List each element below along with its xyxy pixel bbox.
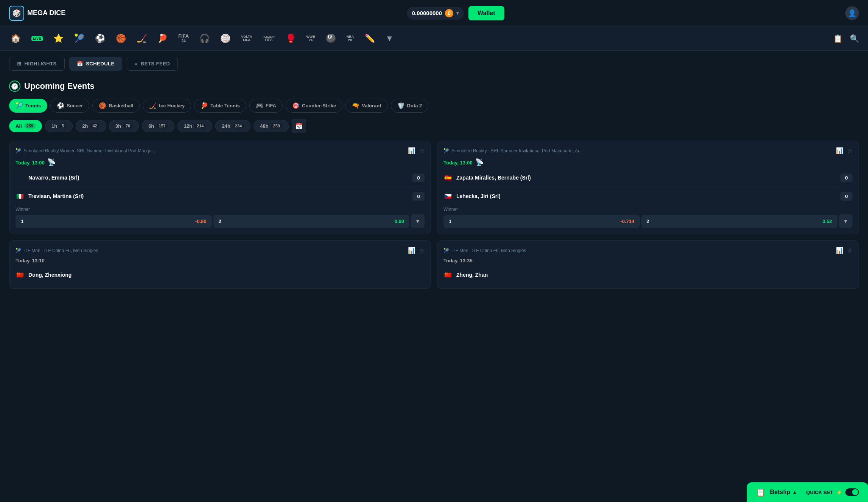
event-card-3: 🎾 ITF Men · ITF China F6, Men Singles 📊 … [9,240,431,289]
tennis-filter-icon: 🎾 [16,102,23,109]
nav-item-hockey[interactable]: 🏒 [132,31,151,46]
time-3h-count: 70 [123,123,132,129]
nav-item-home[interactable]: 🏠 [6,31,25,46]
event-2-meta-text: Simulated Reality · SRL Summer Invitatio… [451,148,584,153]
tab-highlights[interactable]: ⊞ HIGHLIGHTS [9,57,65,71]
logo-text: MEGA DICE [27,9,65,17]
sport-chip-table-tennis[interactable]: 🏓 Table Tennis [194,99,246,113]
odd-btn-1-home[interactable]: 1 -0.80 [16,215,212,228]
nav-item-volleyball[interactable]: 🏐 [216,31,235,46]
stats-icon-2[interactable]: 📊 [836,147,843,154]
favorite-icon-4[interactable]: ☆ [847,247,852,254]
sport-chip-ice-hockey[interactable]: 🏒 Ice Hockey [143,99,191,113]
star-icon: ⭐ [53,34,64,43]
quick-bet: QUICK BET ⚡ [806,488,859,496]
event-2-meta: 🎾 Simulated Reality · SRL Summer Invitat… [443,148,836,153]
nav-item-edit[interactable]: ✏️ [360,31,380,46]
events-grid: 🎾 Simulated Reality Women SRL Summer Inv… [9,141,859,289]
time-chip-48h[interactable]: 48h 259 [254,120,289,132]
favorite-icon[interactable]: ☆ [419,147,425,154]
logo-icon: 🎲 [9,6,24,21]
nav-item-tennis[interactable]: 🎾 [70,31,89,46]
calendar-button[interactable]: 📅 [292,119,306,133]
nav-item-nba2k[interactable]: NBA 2K [342,32,359,45]
table-tennis-icon: 🏓 [157,34,168,43]
user-profile-icon[interactable]: 👤 [845,6,859,20]
btc-icon: ₿ [445,9,453,17]
sport-chip-counter-strike[interactable]: 🎯 Counter-Strike [286,99,342,113]
toggle-knob [852,489,858,495]
player2-score: 0 [412,192,425,201]
wallet-button[interactable]: Wallet [468,6,504,20]
time-chip-6h[interactable]: 6h 157 [142,120,174,132]
more-odds-button[interactable]: ▼ [411,214,425,228]
nav-item-table-tennis[interactable]: 🏓 [153,31,172,46]
event-2-odds: 1 -0.714 2 0.52 ▼ [443,214,852,228]
player1-info-3: 🇨🇳 Dong, Zhenxiong [16,270,72,279]
nav-item-futsal[interactable]: 🥊 [281,31,300,46]
event-1-odds: 1 -0.80 2 0.60 ▼ [16,214,425,228]
event-2-time: Today, 13:00 📡 [443,158,852,166]
basketball-filter-icon: 🏀 [99,102,106,109]
betslip-bar[interactable]: 📋 Betslip ▲ QUICK BET ⚡ [747,482,868,502]
event-2-player2: 🇨🇿 Lehecka, Jiri (Srl) 0 [443,189,852,204]
favorite-icon-3[interactable]: ☆ [419,247,425,254]
betslip-nav-button[interactable]: 📋 [830,31,845,46]
nav-item-wwe[interactable]: WWE 24 [302,32,320,45]
event-1-winner-label: Winner [16,207,425,212]
time-chip-3h[interactable]: 3h 70 [109,120,139,132]
odd-btn-2-away[interactable]: 2 0.52 [641,215,838,228]
player1-name: Navarro, Emma (Srl) [28,175,79,181]
sport-chip-fifa[interactable]: 🎮 FIFA [249,99,283,113]
nav-item-esports[interactable]: 🎧 [195,31,214,46]
highlights-icon: ⊞ [17,61,22,67]
sport-chip-basketball[interactable]: 🏀 Basketball [92,99,140,113]
nav-item-pool[interactable]: 🎱 [321,31,341,46]
player1-info-4: 🇨🇳 Zheng, Zhan [443,270,488,279]
event-4-actions: 📊 ☆ [836,247,852,254]
stats-icon-4[interactable]: 📊 [836,247,843,254]
time-chip-24h[interactable]: 24h 234 [215,120,250,132]
currency-chevron-icon[interactable]: ▾ [456,11,459,16]
search-nav-button[interactable]: 🔍 [847,31,862,46]
favorite-icon-2[interactable]: ☆ [847,147,852,154]
stats-icon-3[interactable]: 📊 [408,247,415,254]
time-2h-label: 2h [82,123,88,129]
event-4-meta: 🎾 ITF Men · ITF China F6, Men Singles [443,248,836,253]
sport-filter: 🎾 Tennis ⚽ Soccer 🏀 Basketball 🏒 Ice Hoc… [9,99,859,113]
nav-item-soccer[interactable]: ⚽ [90,31,110,46]
nav-item-basketball[interactable]: 🏀 [111,31,131,46]
sport-chip-soccer[interactable]: ⚽ Soccer [50,99,89,113]
event-3-time: Today, 13:10 [16,258,425,263]
event-1-player1: Navarro, Emma (Srl) 0 [16,170,425,185]
logo: 🎲 MEGA DICE [9,6,65,21]
home-icon: 🏠 [11,34,21,43]
header-center: 0.00000000 ₿ ▾ Wallet [407,6,504,20]
nav-item-favorites[interactable]: ⭐ [49,31,68,46]
quick-bet-toggle[interactable] [845,488,859,496]
time-48h-count: 259 [271,123,282,129]
divider [16,187,425,187]
sport-chip-dota2[interactable]: 🛡️ Dota 2 [391,99,429,113]
time-chip-1h[interactable]: 1h 5 [45,120,73,132]
odd-btn-2-home[interactable]: 1 -0.714 [443,215,640,228]
ice-hockey-filter-label: Ice Hockey [159,103,185,108]
sport-chip-valorant[interactable]: 🔫 Valorant [345,99,387,113]
time-chip-12h[interactable]: 12h 214 [177,120,213,132]
nav-item-live[interactable]: LIVE [27,33,47,44]
more-odds-button-2[interactable]: ▼ [839,214,852,228]
tab-schedule[interactable]: 📅 SCHEDULE [69,57,122,71]
time-chip-2h[interactable]: 2h 42 [76,120,106,132]
nav-item-penalty[interactable]: PENALTY FIFA [258,33,279,45]
odd-btn-1-away[interactable]: 2 0.60 [213,215,410,228]
tennis-event-icon-2: 🎾 [443,148,449,153]
stats-icon[interactable]: 📊 [408,147,415,154]
event-4-meta-text: ITF Men · ITF China F6, Men Singles [451,248,526,253]
time-chip-all[interactable]: All 259 [9,120,42,132]
nav-item-fifa24[interactable]: FIFA 24 [174,31,193,46]
sport-chip-tennis[interactable]: 🎾 Tennis [9,99,47,113]
event-1-meta-text: Simulated Reality Women SRL Summer Invit… [23,148,155,153]
tab-bets-feed[interactable]: ≡ BETS FEED [127,57,178,71]
nav-item-volta[interactable]: VOLTA FIFA [236,32,257,45]
nav-item-more[interactable]: ▼ [381,31,398,46]
